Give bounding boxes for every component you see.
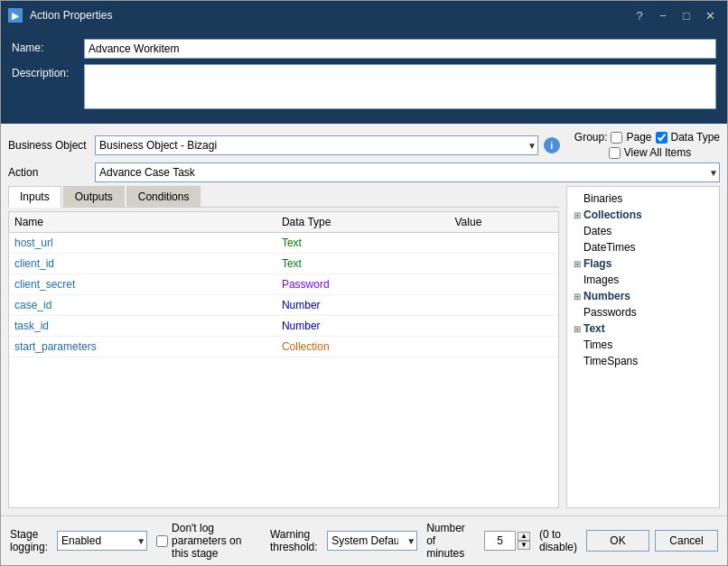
tree-expand-binaries-icon (571, 192, 583, 205)
tree-item-binaries[interactable]: Binaries (571, 190, 715, 207)
tab-inputs[interactable]: Inputs (8, 186, 61, 208)
tree-label-timespans: TimeSpans (583, 355, 638, 367)
tree-item-flags[interactable]: ⊞ Flags (571, 255, 715, 272)
minutes-decrement-button[interactable]: ▼ (518, 541, 530, 550)
tree-label-binaries: Binaries (583, 192, 622, 205)
action-select[interactable]: Advance Case Task (95, 162, 720, 182)
tree-item-datetimes[interactable]: DateTimes (571, 239, 715, 255)
tree-item-numbers[interactable]: ⊞ Numbers (571, 288, 715, 304)
tree-expand-collections-icon: ⊞ (571, 209, 583, 221)
body-area: Business Object Business Object - Bizagi… (1, 124, 727, 515)
row-type: Text (276, 254, 450, 274)
tree-item-collections[interactable]: ⊞ Collections (571, 207, 715, 223)
disable-hint: (0 to disable) (539, 528, 577, 553)
description-label: Description: (12, 64, 84, 79)
name-label: Name: (12, 39, 84, 54)
business-object-label: Business Object (8, 139, 89, 152)
tree-expand-numbers-icon: ⊞ (571, 290, 583, 302)
row-name: client_secret (9, 274, 276, 295)
type-tree: Binaries ⊞ Collections Dates DateTimes (566, 186, 720, 508)
tree-expand-flags-icon: ⊞ (571, 257, 583, 270)
tab-conditions[interactable]: Conditions (126, 186, 201, 207)
inputs-table: Name Data Type Value host_url Text (9, 212, 558, 357)
tree-label-images: Images (583, 274, 619, 286)
description-input[interactable] (84, 64, 716, 109)
dont-log-checkbox[interactable] (156, 535, 168, 547)
left-section: Inputs Outputs Conditions Name Data Type… (8, 186, 559, 508)
dont-log-checkbox-row: Don't log parameters on this stage (156, 522, 252, 560)
group-text-label: Group: (574, 131, 608, 144)
page-checkbox-label: Page (626, 131, 651, 144)
row-value[interactable] (450, 295, 559, 316)
maximize-button[interactable]: □ (677, 7, 696, 23)
minutes-increment-button[interactable]: ▲ (518, 532, 530, 541)
table-header: Name Data Type Value (9, 212, 558, 233)
help-button[interactable]: ? (630, 7, 649, 23)
tree-label-times: Times (583, 339, 612, 351)
stage-logging-select[interactable]: Enabled Disabled (57, 531, 147, 551)
table-row: client_secret Password (9, 274, 558, 295)
business-object-row: Business Object Business Object - Bizagi… (8, 131, 720, 159)
ok-button[interactable]: OK (586, 530, 649, 552)
minutes-input-group: ▲ ▼ (484, 531, 530, 551)
tree-item-times[interactable]: Times (571, 337, 715, 353)
minutes-spinner: ▲ ▼ (518, 532, 530, 550)
minimize-button[interactable]: − (653, 7, 673, 23)
tree-expand-text-icon: ⊞ (571, 322, 583, 335)
tree-expand-dates-icon (571, 225, 583, 237)
group-section: Group: Page Data Type View All Items (574, 131, 720, 159)
datatype-checkbox[interactable] (656, 132, 667, 144)
tree-expand-images-icon (571, 274, 583, 286)
tree-item-passwords[interactable]: Passwords (571, 304, 715, 320)
tree-label-collections: Collections (583, 209, 642, 221)
tree-label-passwords: Passwords (583, 306, 637, 319)
title-bar: ▶ Action Properties ? − □ ✕ (1, 1, 727, 30)
table-row: case_id Number (9, 295, 558, 316)
row-name: task_id (9, 316, 276, 337)
row-value[interactable] (450, 337, 559, 357)
name-row: Name: (12, 39, 716, 59)
main-panel: Inputs Outputs Conditions Name Data Type… (8, 186, 720, 508)
tree-item-text[interactable]: ⊞ Text (571, 320, 715, 337)
tree-item-dates[interactable]: Dates (571, 223, 715, 239)
col-name: Name (9, 212, 276, 233)
tree-item-timespans[interactable]: TimeSpans (571, 353, 715, 369)
dont-log-label: Don't log parameters on this stage (172, 522, 252, 560)
close-button[interactable]: ✕ (700, 7, 720, 23)
row-value[interactable] (450, 254, 559, 274)
stage-logging-select-wrapper: Enabled Disabled ▼ (57, 531, 147, 551)
tab-outputs[interactable]: Outputs (63, 186, 125, 207)
row-name: client_id (9, 254, 276, 274)
minutes-input[interactable] (484, 531, 516, 551)
row-value[interactable] (450, 316, 559, 337)
table-row: host_url Text (9, 233, 558, 254)
tree-item-images[interactable]: Images (571, 272, 715, 288)
row-type: Text (276, 233, 450, 254)
row-name: host_url (9, 233, 276, 254)
row-value[interactable] (450, 274, 559, 295)
stage-logging-label: Stage logging: (10, 528, 48, 553)
row-name: case_id (9, 295, 276, 316)
page-checkbox[interactable] (611, 132, 622, 144)
info-icon[interactable]: i (544, 137, 560, 153)
cancel-button[interactable]: Cancel (655, 530, 718, 552)
tree-label-datetimes: DateTimes (583, 241, 636, 254)
tree-label-flags: Flags (583, 257, 611, 270)
inputs-table-container: Name Data Type Value host_url Text (8, 211, 559, 508)
action-properties-window: ▶ Action Properties ? − □ ✕ Name: Descri… (0, 0, 728, 566)
business-object-select[interactable]: Business Object - Bizagi (95, 135, 538, 155)
name-input[interactable] (84, 39, 716, 59)
row-value[interactable] (450, 233, 559, 254)
tree-expand-datetimes-icon (571, 241, 583, 254)
warning-select[interactable]: System Default (327, 531, 417, 551)
table-body: host_url Text client_id Text client_secr… (9, 233, 558, 357)
action-label: Action (8, 166, 89, 179)
window-controls: ? − □ ✕ (630, 7, 720, 23)
viewall-checkbox[interactable] (609, 147, 621, 159)
tree-expand-timespans-icon (571, 355, 583, 367)
table-row: start_parameters Collection (9, 337, 558, 357)
row-type: Number (276, 316, 450, 337)
business-object-select-wrapper: Business Object - Bizagi ▼ (95, 135, 538, 155)
minutes-label: Number of minutes (426, 522, 475, 560)
description-row: Description: (12, 64, 716, 109)
